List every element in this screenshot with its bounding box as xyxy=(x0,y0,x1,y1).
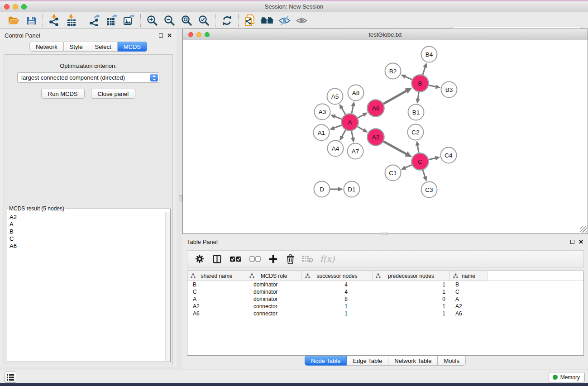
graph-node-A8[interactable]: A8 xyxy=(348,85,364,101)
graph-node-B2[interactable]: B2 xyxy=(385,63,401,79)
function-builder-button[interactable]: f(x) xyxy=(317,252,338,266)
svg-text:C2: C2 xyxy=(411,129,419,136)
delete-table-button[interactable] xyxy=(300,252,315,266)
minimize-window-button[interactable] xyxy=(13,4,18,10)
dropdown-stepper-icon xyxy=(150,74,158,81)
mcds-result-item[interactable]: A xyxy=(10,221,165,228)
graph-node-C2[interactable]: C2 xyxy=(408,124,424,140)
graph-node-A2[interactable]: A2 xyxy=(368,129,384,146)
refresh-button[interactable] xyxy=(218,13,235,28)
main-titlebar: Session: New Session xyxy=(0,1,588,12)
tab-mcds[interactable]: MCDS xyxy=(118,42,147,52)
table-cell: A xyxy=(187,296,246,302)
mcds-result-item[interactable]: A2 xyxy=(10,214,165,221)
hide-graphics-details-button[interactable] xyxy=(276,13,293,28)
table-row[interactable]: A2connector11A2 xyxy=(187,303,583,310)
float-panel-icon[interactable] xyxy=(159,33,163,38)
zoom-in-button[interactable] xyxy=(143,13,161,28)
add-column-button[interactable] xyxy=(265,252,281,266)
network-canvas[interactable]: B4B2BB3A8A5A6A3B1AA1C2A2A4A7C4CC1DD1C3 xyxy=(183,40,588,234)
export-image-button[interactable] xyxy=(120,13,138,28)
graph-node-A5[interactable]: A5 xyxy=(327,89,343,105)
graph-node-B4[interactable]: B4 xyxy=(421,47,437,62)
graph-node-C1[interactable]: C1 xyxy=(385,165,401,181)
open-file-button[interactable] xyxy=(5,13,23,28)
tab-network[interactable]: Network xyxy=(29,42,64,52)
open-session-button[interactable] xyxy=(241,13,258,28)
table-settings-button[interactable] xyxy=(192,252,207,266)
import-table-button[interactable] xyxy=(63,13,80,28)
graph-node-A1[interactable]: A1 xyxy=(314,125,330,141)
export-network-button[interactable] xyxy=(86,13,103,28)
deselect-all-button[interactable] xyxy=(246,252,263,266)
zoom-out-button[interactable] xyxy=(161,13,178,28)
home-view-button[interactable] xyxy=(258,13,276,28)
graph-node-A[interactable]: A xyxy=(342,114,359,131)
criterion-dropdown[interactable]: largest connected component (directed) xyxy=(17,72,159,83)
network-window-titlebar[interactable]: testGlobe.txt xyxy=(183,29,588,40)
table-row[interactable]: Cdominator41C xyxy=(187,288,583,295)
column-header-successor-nodes[interactable]: successor nodes xyxy=(302,271,373,281)
table-row[interactable]: Bdominator41B xyxy=(187,281,583,288)
resize-grip[interactable] xyxy=(580,226,587,233)
tab-edge-table[interactable]: Edge Table xyxy=(347,356,388,366)
refresh-icon xyxy=(221,15,233,26)
select-all-button[interactable] xyxy=(226,252,244,266)
import-network-button[interactable] xyxy=(46,13,63,28)
scrollbar[interactable] xyxy=(165,212,170,361)
arrowhead-icon xyxy=(338,187,343,191)
graph-node-B[interactable]: B xyxy=(412,75,429,92)
show-graphics-details-button[interactable] xyxy=(293,13,310,28)
graph-node-A4[interactable]: A4 xyxy=(328,141,344,157)
graph-node-A6[interactable]: A6 xyxy=(368,100,384,117)
zoom-in-icon xyxy=(146,14,158,26)
graph-node-B1[interactable]: B1 xyxy=(408,105,424,120)
close-window-button[interactable] xyxy=(4,4,10,10)
save-session-button[interactable] xyxy=(23,13,40,28)
panel-splitter-handle[interactable] xyxy=(179,195,182,201)
column-header-name[interactable]: name xyxy=(450,271,488,281)
zoom-network-button[interactable] xyxy=(205,32,210,37)
tab-network-table[interactable]: Network Table xyxy=(388,356,438,366)
mcds-result-item[interactable]: A6 xyxy=(10,243,165,250)
arrowhead-icon xyxy=(435,156,440,160)
tab-node-table[interactable]: Node Table xyxy=(305,356,347,366)
graph-node-C4[interactable]: C4 xyxy=(441,148,457,163)
float-panel-icon[interactable] xyxy=(570,240,574,244)
graph-node-D1[interactable]: D1 xyxy=(344,181,360,197)
minimize-network-button[interactable] xyxy=(196,32,201,37)
close-panel-icon[interactable]: ✕ xyxy=(167,33,172,38)
table-row[interactable]: Adominator80A xyxy=(187,295,583,303)
mcds-result-list[interactable]: A2ABCA6 xyxy=(8,213,165,361)
memory-button[interactable]: Memory xyxy=(549,372,585,382)
table-row[interactable]: A6connector11A6 xyxy=(187,310,583,317)
graph-node-C3[interactable]: C3 xyxy=(421,182,437,198)
column-header-predecessor-nodes[interactable]: predecessor nodes xyxy=(373,271,450,281)
panel-list-button[interactable] xyxy=(5,372,16,383)
memory-label: Memory xyxy=(560,374,580,381)
zoom-selected-button[interactable] xyxy=(195,13,212,28)
mcds-result-item[interactable]: C xyxy=(10,235,165,243)
graph-node-A7[interactable]: A7 xyxy=(348,143,363,159)
graph-node-B3[interactable]: B3 xyxy=(441,82,457,98)
graph-node-D[interactable]: D xyxy=(314,181,330,197)
column-chooser-button[interactable] xyxy=(209,252,225,266)
tab-select[interactable]: Select xyxy=(89,42,118,52)
graph-node-A3[interactable]: A3 xyxy=(315,104,330,120)
column-header-mcds-role[interactable]: MCDS role xyxy=(246,271,302,281)
tab-motifs[interactable]: Motifs xyxy=(438,356,466,366)
table-cell: 4 xyxy=(302,289,373,295)
close-network-button[interactable] xyxy=(188,32,193,37)
delete-column-button[interactable] xyxy=(282,252,298,266)
column-header-shared-name[interactable]: shared name xyxy=(187,271,246,281)
mcds-result-item[interactable]: B xyxy=(10,228,165,235)
close-panel-icon[interactable]: ✕ xyxy=(578,239,583,245)
close-panel-button[interactable]: Close panel xyxy=(91,89,136,99)
tab-style[interactable]: Style xyxy=(64,42,89,52)
svg-text:A5: A5 xyxy=(331,93,339,100)
zoom-fit-button[interactable] xyxy=(178,13,195,28)
export-table-button[interactable] xyxy=(103,13,120,28)
graph-node-C[interactable]: C xyxy=(412,153,429,170)
zoom-window-button[interactable] xyxy=(21,4,27,10)
run-mcds-button[interactable]: Run MCDS xyxy=(41,89,85,99)
